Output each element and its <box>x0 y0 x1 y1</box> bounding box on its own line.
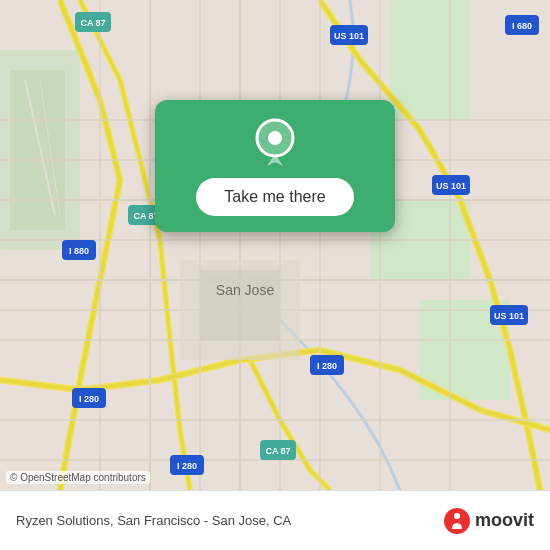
location-text: Ryzen Solutions, San Francisco - San Jos… <box>16 513 443 528</box>
bottom-bar: Ryzen Solutions, San Francisco - San Jos… <box>0 490 550 550</box>
svg-text:I 880: I 880 <box>69 246 89 256</box>
svg-text:San Jose: San Jose <box>216 282 275 298</box>
svg-text:I 280: I 280 <box>317 361 337 371</box>
osm-attribution: © OpenStreetMap contributors <box>6 471 150 484</box>
map-background: CA 87 US 101 I 680 I 880 CA 87 US 101 I … <box>0 0 550 490</box>
svg-rect-5 <box>10 70 65 230</box>
svg-rect-1 <box>390 0 470 120</box>
svg-text:I 280: I 280 <box>79 394 99 404</box>
popup-card[interactable]: Take me there <box>155 100 395 232</box>
svg-point-54 <box>454 513 460 519</box>
take-me-there-button[interactable]: Take me there <box>196 178 353 216</box>
svg-point-52 <box>268 131 282 145</box>
svg-text:US 101: US 101 <box>436 181 466 191</box>
svg-text:I 680: I 680 <box>512 21 532 31</box>
svg-text:CA 87: CA 87 <box>265 446 290 456</box>
svg-point-53 <box>444 508 470 534</box>
attribution-text: © OpenStreetMap contributors <box>10 472 146 483</box>
map-container: CA 87 US 101 I 680 I 880 CA 87 US 101 I … <box>0 0 550 490</box>
svg-rect-26 <box>200 270 280 340</box>
svg-text:I 280: I 280 <box>177 461 197 471</box>
moovit-brand-icon <box>443 507 471 535</box>
svg-text:CA 87: CA 87 <box>80 18 105 28</box>
svg-text:US 101: US 101 <box>494 311 524 321</box>
moovit-logo: moovit <box>443 507 534 535</box>
location-pin-icon <box>250 118 300 168</box>
svg-text:US 101: US 101 <box>334 31 364 41</box>
moovit-brand-name: moovit <box>475 510 534 531</box>
